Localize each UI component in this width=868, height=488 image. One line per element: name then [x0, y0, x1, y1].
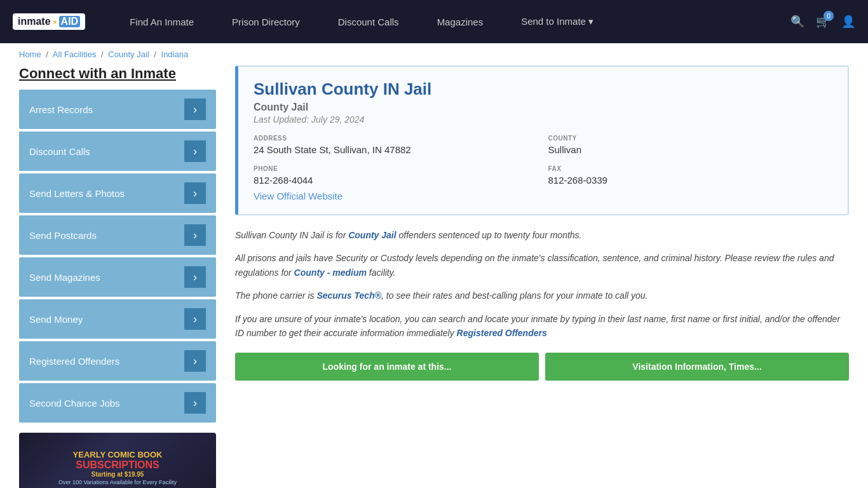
sidebar-item-label: Second Chance Jobs — [29, 398, 120, 409]
logo-inmate-text: inmate — [18, 16, 51, 27]
facility-name: Sullivan County IN Jail — [254, 79, 832, 99]
looking-for-inmate-btn[interactable]: Looking for an inmate at this... — [235, 353, 539, 381]
facility-info-grid: ADDRESS 24 South State St, Sullivan, IN … — [254, 135, 832, 186]
county-label: COUNTY — [548, 135, 833, 142]
sidebar-item-send-postcards[interactable]: Send Postcards › — [19, 215, 216, 255]
user-icon[interactable]: 👤 — [841, 15, 855, 29]
nav-icons: 🔍 🛒 0 👤 — [790, 15, 855, 29]
sidebar-item-arrest-records[interactable]: Arrest Records › — [19, 90, 216, 129]
breadcrumb-sep-3: / — [154, 50, 156, 59]
main-layout: Connect with an Inmate Arrest Records › … — [0, 65, 868, 488]
county-jail-link[interactable]: County Jail — [348, 230, 396, 240]
sidebar-arrow-4: › — [184, 266, 206, 288]
sidebar-item-label: Registered Offenders — [29, 356, 119, 367]
fax-label: FAX — [548, 165, 833, 172]
facility-card: Sullivan County IN Jail County Jail Last… — [235, 65, 849, 215]
sidebar-arrow-1: › — [184, 140, 206, 162]
phone-label: PHONE — [254, 165, 538, 172]
nav-send-to-inmate[interactable]: Send to Inmate ▾ — [502, 0, 613, 43]
sidebar-item-label: Send Postcards — [29, 230, 97, 241]
sidebar-item-discount-calls[interactable]: Discount Calls › — [19, 132, 216, 171]
cart-icon[interactable]: 🛒 0 — [816, 15, 830, 29]
sidebar-item-send-letters[interactable]: Send Letters & Photos › — [19, 173, 216, 213]
sidebar-arrow-2: › — [184, 182, 206, 204]
fax-value: 812-268-0339 — [548, 175, 833, 186]
registered-offenders-link[interactable]: Registered Offenders — [457, 328, 547, 338]
sidebar-arrow-0: › — [184, 98, 206, 120]
sidebar-arrow-5: › — [184, 308, 206, 330]
sidebar-item-label: Send Magazines — [29, 272, 100, 283]
breadcrumb-home[interactable]: Home — [19, 50, 41, 59]
sidebar: Connect with an Inmate Arrest Records › … — [19, 65, 216, 488]
logo[interactable]: inmate ★ AID — [13, 13, 85, 30]
breadcrumb-sep-1: / — [46, 50, 48, 59]
breadcrumb-all-facilities[interactable]: All Facilities — [53, 50, 97, 59]
nav-links: Find An Inmate Prison Directory Discount… — [111, 0, 790, 43]
sidebar-advertisement[interactable]: Yearly Comic Book Subscriptions Starting… — [19, 433, 216, 488]
cart-badge: 0 — [824, 11, 834, 21]
facility-type: County Jail — [254, 102, 832, 113]
breadcrumb-indiana[interactable]: Indiana — [161, 50, 189, 59]
nav-find-inmate[interactable]: Find An Inmate — [111, 0, 213, 43]
nav-prison-directory[interactable]: Prison Directory — [213, 0, 319, 43]
navigation: inmate ★ AID Find An Inmate Prison Direc… — [0, 0, 868, 43]
sidebar-item-label: Send Money — [29, 314, 83, 325]
desc-p3-suffix: , to see their rates and best-calling pl… — [381, 290, 648, 301]
desc-p1-suffix: offenders sentenced up to twenty four mo… — [397, 230, 582, 240]
address-label: ADDRESS — [254, 135, 538, 142]
desc-p2-suffix: facility. — [367, 268, 396, 278]
nav-discount-calls[interactable]: Discount Calls — [319, 0, 418, 43]
nav-magazines[interactable]: Magazines — [418, 0, 503, 43]
breadcrumb: Home / All Facilities / County Jail / In… — [0, 43, 868, 65]
sidebar-item-label: Arrest Records — [29, 104, 93, 115]
phone-value: 812-268-4044 — [254, 175, 538, 186]
facility-phone-block: PHONE 812-268-4044 — [254, 165, 538, 186]
facility-county-block: COUNTY Sullivan — [548, 135, 833, 155]
ad-description: Over 100 Variations Available for Every … — [58, 479, 177, 485]
securus-tech-link[interactable]: Securus Tech® — [316, 290, 381, 301]
facility-address-block: ADDRESS 24 South State St, Sullivan, IN … — [254, 135, 538, 155]
desc-p2: All prisons and jails have Security or C… — [235, 251, 849, 280]
breadcrumb-sep-2: / — [101, 50, 104, 59]
desc-p1-prefix: Sullivan County IN Jail is for — [235, 230, 348, 240]
facility-description: Sullivan County IN Jail is for County Ja… — [235, 228, 849, 340]
main-content: Sullivan County IN Jail County Jail Last… — [235, 65, 849, 488]
ad-subtitle: Starting at $19.95 — [92, 471, 144, 478]
logo-star-icon: ★ — [52, 18, 58, 25]
sidebar-item-registered-offenders[interactable]: Registered Offenders › — [19, 341, 216, 381]
sidebar-item-second-chance-jobs[interactable]: Second Chance Jobs › — [19, 383, 216, 423]
official-website-link[interactable]: View Official Website — [254, 191, 342, 201]
desc-p1: Sullivan County IN Jail is for County Ja… — [235, 228, 849, 242]
breadcrumb-county-jail[interactable]: County Jail — [108, 50, 149, 59]
bottom-buttons: Looking for an inmate at this... Visitat… — [235, 353, 849, 381]
search-icon[interactable]: 🔍 — [790, 15, 804, 29]
sidebar-arrow-3: › — [184, 224, 206, 246]
sidebar-menu: Arrest Records › Discount Calls › Send L… — [19, 90, 216, 423]
sidebar-title: Connect with an Inmate — [19, 65, 216, 82]
logo-aid-text: AID — [59, 16, 81, 27]
sidebar-item-label: Send Letters & Photos — [29, 188, 125, 199]
sidebar-item-send-magazines[interactable]: Send Magazines › — [19, 257, 216, 297]
ad-title-line1: Yearly Comic Book — [73, 450, 163, 459]
visitation-info-btn[interactable]: Visitation Information, Times... — [545, 353, 849, 381]
address-value: 24 South State St, Sullivan, IN 47882 — [254, 144, 538, 155]
sidebar-item-send-money[interactable]: Send Money › — [19, 299, 216, 339]
facility-updated: Last Updated: July 29, 2024 — [254, 114, 832, 125]
sidebar-arrow-7: › — [184, 392, 206, 414]
desc-p3: The phone carrier is Securus Tech®, to s… — [235, 288, 849, 302]
facility-fax-block: FAX 812-268-0339 — [548, 165, 833, 186]
ad-title-line2: Subscriptions — [76, 459, 159, 471]
county-medium-link[interactable]: County - medium — [294, 268, 367, 278]
sidebar-item-label: Discount Calls — [29, 146, 90, 157]
sidebar-arrow-6: › — [184, 350, 206, 372]
county-value: Sullivan — [548, 144, 833, 155]
desc-p3-prefix: The phone carrier is — [235, 290, 316, 301]
desc-p4: If you are unsure of your inmate's locat… — [235, 312, 849, 341]
